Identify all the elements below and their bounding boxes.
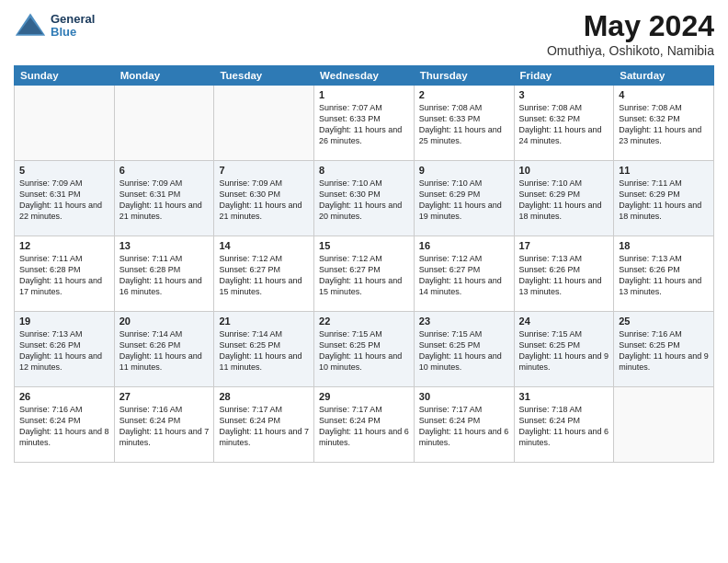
- day-number: 28: [219, 391, 309, 402]
- day-number: 24: [519, 316, 609, 327]
- weekday-header-monday: Monday: [114, 66, 214, 86]
- calendar-table: SundayMondayTuesdayWednesdayThursdayFrid…: [14, 65, 714, 463]
- day-info: Sunrise: 7:14 AM Sunset: 6:25 PM Dayligh…: [219, 328, 309, 373]
- day-info: Sunrise: 7:13 AM Sunset: 6:26 PM Dayligh…: [19, 328, 109, 373]
- day-info: Sunrise: 7:08 AM Sunset: 6:32 PM Dayligh…: [619, 102, 709, 147]
- weekday-header-tuesday: Tuesday: [214, 66, 314, 86]
- weekday-header-saturday: Saturday: [614, 66, 714, 86]
- day-info: Sunrise: 7:15 AM Sunset: 6:25 PM Dayligh…: [319, 328, 409, 373]
- calendar-cell: 17Sunrise: 7:13 AM Sunset: 6:26 PM Dayli…: [514, 236, 614, 312]
- logo-blue: Blue: [51, 26, 95, 39]
- day-number: 20: [119, 316, 210, 327]
- day-number: 5: [19, 165, 109, 176]
- title-month: May 2024: [547, 9, 714, 43]
- calendar-cell: 27Sunrise: 7:16 AM Sunset: 6:24 PM Dayli…: [114, 387, 214, 463]
- day-number: 2: [419, 89, 509, 100]
- svg-marker-1: [18, 17, 43, 34]
- day-number: 12: [19, 240, 109, 251]
- calendar-cell: 23Sunrise: 7:15 AM Sunset: 6:25 PM Dayli…: [414, 312, 514, 387]
- day-info: Sunrise: 7:10 AM Sunset: 6:29 PM Dayligh…: [519, 178, 609, 223]
- calendar-cell: 26Sunrise: 7:16 AM Sunset: 6:24 PM Dayli…: [15, 387, 115, 463]
- day-number: 15: [319, 240, 409, 251]
- logo-general: General: [51, 13, 95, 26]
- day-number: 29: [319, 391, 409, 402]
- page: General Blue May 2024 Omuthiya, Oshikoto…: [0, 0, 728, 563]
- calendar-cell: 5Sunrise: 7:09 AM Sunset: 6:31 PM Daylig…: [15, 161, 115, 236]
- day-number: 31: [519, 391, 609, 402]
- day-number: 11: [619, 165, 709, 176]
- weekday-header-wednesday: Wednesday: [314, 66, 415, 86]
- day-number: 25: [619, 316, 709, 327]
- day-info: Sunrise: 7:09 AM Sunset: 6:31 PM Dayligh…: [19, 178, 109, 223]
- calendar-cell: 24Sunrise: 7:15 AM Sunset: 6:25 PM Dayli…: [514, 312, 614, 387]
- calendar-cell: 15Sunrise: 7:12 AM Sunset: 6:27 PM Dayli…: [314, 236, 415, 312]
- day-info: Sunrise: 7:07 AM Sunset: 6:33 PM Dayligh…: [319, 102, 409, 147]
- weekday-header-row: SundayMondayTuesdayWednesdayThursdayFrid…: [15, 66, 714, 86]
- day-info: Sunrise: 7:18 AM Sunset: 6:24 PM Dayligh…: [519, 404, 609, 449]
- calendar-cell: 3Sunrise: 7:08 AM Sunset: 6:32 PM Daylig…: [514, 86, 614, 161]
- week-row-0: 1Sunrise: 7:07 AM Sunset: 6:33 PM Daylig…: [15, 86, 714, 161]
- calendar-cell: 28Sunrise: 7:17 AM Sunset: 6:24 PM Dayli…: [214, 387, 314, 463]
- calendar-cell: 2Sunrise: 7:08 AM Sunset: 6:33 PM Daylig…: [414, 86, 514, 161]
- day-info: Sunrise: 7:13 AM Sunset: 6:26 PM Dayligh…: [519, 253, 609, 298]
- day-number: 6: [119, 165, 210, 176]
- day-info: Sunrise: 7:16 AM Sunset: 6:24 PM Dayligh…: [119, 404, 210, 449]
- day-number: 4: [619, 89, 709, 100]
- calendar-cell: 6Sunrise: 7:09 AM Sunset: 6:31 PM Daylig…: [114, 161, 214, 236]
- day-info: Sunrise: 7:09 AM Sunset: 6:31 PM Dayligh…: [119, 178, 210, 223]
- calendar-cell: 18Sunrise: 7:13 AM Sunset: 6:26 PM Dayli…: [614, 236, 714, 312]
- day-info: Sunrise: 7:17 AM Sunset: 6:24 PM Dayligh…: [319, 404, 409, 449]
- day-number: 7: [219, 165, 309, 176]
- day-number: 3: [519, 89, 609, 100]
- day-number: 27: [119, 391, 210, 402]
- day-info: Sunrise: 7:15 AM Sunset: 6:25 PM Dayligh…: [519, 328, 609, 373]
- calendar-cell: [214, 86, 314, 161]
- day-number: 10: [519, 165, 609, 176]
- weekday-header-friday: Friday: [514, 66, 614, 86]
- logo-text: General Blue: [51, 13, 95, 40]
- day-number: 9: [419, 165, 509, 176]
- calendar-cell: 11Sunrise: 7:11 AM Sunset: 6:29 PM Dayli…: [614, 161, 714, 236]
- week-row-1: 5Sunrise: 7:09 AM Sunset: 6:31 PM Daylig…: [15, 161, 714, 236]
- day-info: Sunrise: 7:11 AM Sunset: 6:28 PM Dayligh…: [119, 253, 210, 298]
- calendar-cell: 9Sunrise: 7:10 AM Sunset: 6:29 PM Daylig…: [414, 161, 514, 236]
- calendar-cell: [614, 387, 714, 463]
- calendar-cell: 12Sunrise: 7:11 AM Sunset: 6:28 PM Dayli…: [15, 236, 115, 312]
- logo: General Blue: [14, 9, 95, 42]
- day-info: Sunrise: 7:17 AM Sunset: 6:24 PM Dayligh…: [419, 404, 509, 449]
- day-number: 21: [219, 316, 309, 327]
- calendar-cell: 16Sunrise: 7:12 AM Sunset: 6:27 PM Dayli…: [414, 236, 514, 312]
- calendar-cell: 4Sunrise: 7:08 AM Sunset: 6:32 PM Daylig…: [614, 86, 714, 161]
- day-number: 19: [19, 316, 109, 327]
- week-row-3: 19Sunrise: 7:13 AM Sunset: 6:26 PM Dayli…: [15, 312, 714, 387]
- calendar-cell: 14Sunrise: 7:12 AM Sunset: 6:27 PM Dayli…: [214, 236, 314, 312]
- day-info: Sunrise: 7:12 AM Sunset: 6:27 PM Dayligh…: [219, 253, 309, 298]
- calendar-cell: 31Sunrise: 7:18 AM Sunset: 6:24 PM Dayli…: [514, 387, 614, 463]
- day-info: Sunrise: 7:14 AM Sunset: 6:26 PM Dayligh…: [119, 328, 210, 373]
- day-info: Sunrise: 7:13 AM Sunset: 6:26 PM Dayligh…: [619, 253, 709, 298]
- calendar-cell: 22Sunrise: 7:15 AM Sunset: 6:25 PM Dayli…: [314, 312, 415, 387]
- calendar-cell: [114, 86, 214, 161]
- day-info: Sunrise: 7:17 AM Sunset: 6:24 PM Dayligh…: [219, 404, 309, 449]
- title-location: Omuthiya, Oshikoto, Namibia: [547, 43, 714, 58]
- day-number: 16: [419, 240, 509, 251]
- logo-icon: [14, 9, 47, 42]
- day-info: Sunrise: 7:16 AM Sunset: 6:24 PM Dayligh…: [19, 404, 109, 449]
- day-info: Sunrise: 7:08 AM Sunset: 6:33 PM Dayligh…: [419, 102, 509, 147]
- day-info: Sunrise: 7:12 AM Sunset: 6:27 PM Dayligh…: [419, 253, 509, 298]
- day-info: Sunrise: 7:10 AM Sunset: 6:30 PM Dayligh…: [319, 178, 409, 223]
- weekday-header-thursday: Thursday: [414, 66, 514, 86]
- day-info: Sunrise: 7:16 AM Sunset: 6:25 PM Dayligh…: [619, 328, 709, 373]
- calendar-cell: [15, 86, 115, 161]
- calendar-cell: 13Sunrise: 7:11 AM Sunset: 6:28 PM Dayli…: [114, 236, 214, 312]
- day-number: 30: [419, 391, 509, 402]
- calendar-cell: 29Sunrise: 7:17 AM Sunset: 6:24 PM Dayli…: [314, 387, 415, 463]
- day-number: 17: [519, 240, 609, 251]
- day-number: 18: [619, 240, 709, 251]
- weekday-header-sunday: Sunday: [15, 66, 115, 86]
- day-number: 22: [319, 316, 409, 327]
- day-number: 8: [319, 165, 409, 176]
- day-number: 14: [219, 240, 309, 251]
- day-number: 23: [419, 316, 509, 327]
- week-row-2: 12Sunrise: 7:11 AM Sunset: 6:28 PM Dayli…: [15, 236, 714, 312]
